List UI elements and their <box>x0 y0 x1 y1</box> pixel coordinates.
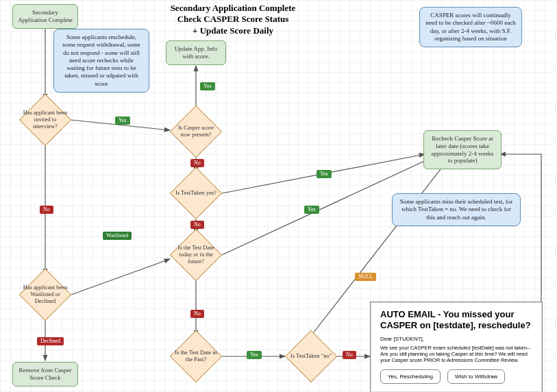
email-subject: AUTO EMAIL - You missed your CASPER on [… <box>380 309 532 332</box>
note-missed-test: Some applicants miss their scheduled tes… <box>392 193 521 226</box>
edge-declined: Declined <box>37 337 64 345</box>
email-salutation: Dear [STUDENT], <box>380 336 532 342</box>
node-update-app: Update App. Info with score. <box>166 40 226 65</box>
decision-invited: Has applicant been invited to interview? <box>19 99 71 140</box>
edge-date-future-yes: Yes <box>304 206 319 214</box>
edge-testtaken-no-no: No <box>343 351 356 359</box>
decision-date-past: Is the Test Date in the Past? <box>170 336 222 377</box>
edge-invited-no: No <box>40 206 53 214</box>
node-remove: Remove from Casper Score Check <box>12 362 78 387</box>
edge-testtaken-yes-yes: Yes <box>317 170 332 178</box>
edge-date-future-no: No <box>190 310 204 318</box>
decision-testtaken-no: Is TestTaken "no" <box>285 336 337 377</box>
edge-score-no: No <box>190 159 204 167</box>
email-body: We see your CASPER exam scheduled [testD… <box>380 345 532 364</box>
decision-date-future: Is the Test Date today or in the future? <box>170 234 222 275</box>
node-recheck: Recheck Casper Score at later date (scor… <box>423 130 502 169</box>
note-daily-check: CASPER scores will continually need to b… <box>419 7 522 47</box>
edge-testtaken-no-null: NULL <box>355 273 376 281</box>
decision-testtaken-yes: Is TestTaken yes? <box>170 173 222 214</box>
decision-waitlisted: Has applicant been Waitlisted or Decline… <box>19 274 71 315</box>
auto-email-panel: AUTO EMAIL - You missed your CASPER on [… <box>370 302 543 392</box>
edge-waitlisted: Waitlisted <box>103 232 132 240</box>
edge-date-past-yes: Yes <box>247 351 262 359</box>
edge-testtaken-yes-no: No <box>190 221 204 229</box>
node-secondary-complete: Secondary Application Complete <box>12 4 78 29</box>
diagram-title: Secondary Application Complete Check CAS… <box>137 3 329 36</box>
email-button-withdraw[interactable]: Wish to Withdraw <box>447 369 505 384</box>
edge-score-yes: Yes <box>200 82 215 90</box>
note-reschedule: Some applicants reschedule, some request… <box>53 29 149 93</box>
decision-score-present: Is Casper score now present? <box>170 111 222 152</box>
edge-invited-yes: Yes <box>115 117 130 125</box>
email-button-reschedule[interactable]: Yes, Rescheduling <box>380 369 441 384</box>
